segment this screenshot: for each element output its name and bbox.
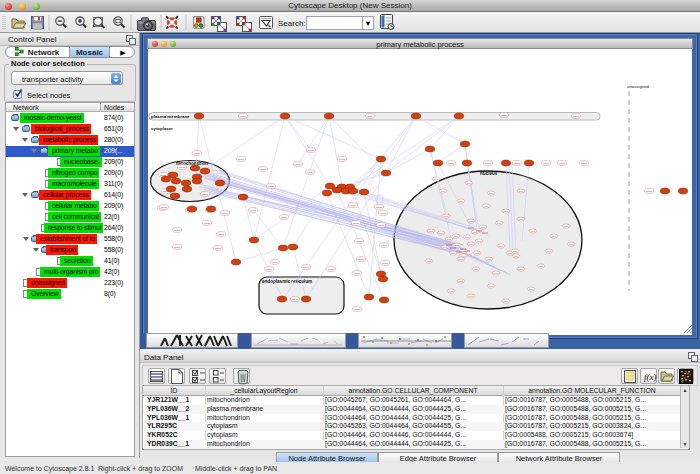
- svg-text:plasma membrane: plasma membrane: [151, 114, 190, 119]
- svg-text:f(x): f(x): [644, 372, 657, 382]
- svg-text:unassigned: unassigned: [627, 84, 650, 89]
- svg-text:endoplasmic reticulum: endoplasmic reticulum: [262, 279, 312, 284]
- svg-text:cytoplasm: cytoplasm: [151, 126, 173, 131]
- svg-text:nucleus: nucleus: [480, 171, 498, 176]
